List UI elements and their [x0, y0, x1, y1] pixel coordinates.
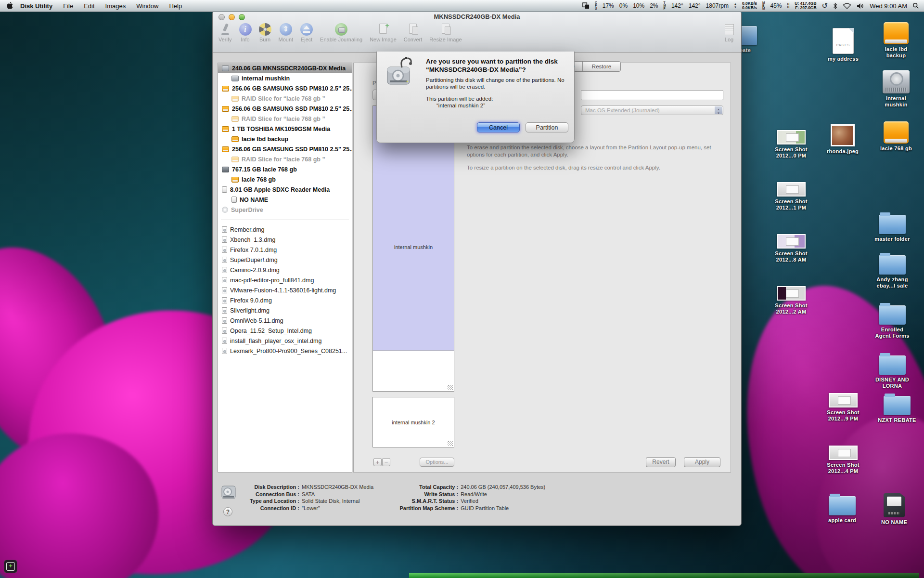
window-switcher-icon[interactable] — [582, 2, 590, 9]
menu-clock[interactable]: Wed 9:00 AM — [870, 2, 907, 10]
partition-name-field[interactable] — [581, 90, 723, 100]
partition-button[interactable]: Partition — [526, 122, 568, 132]
sidebar-item-raid-slice-for-lacie-768-gb[interactable]: RAID Slice for “lacie 768 gb ” — [218, 93, 352, 104]
disk-dark-icon — [222, 167, 229, 172]
sidebar-image-mac-pdf-editor-pro-full841-dmg[interactable]: mac-pdf-editor-pro_full841.dmg — [218, 275, 352, 285]
apply-button[interactable]: Apply — [684, 457, 720, 467]
sidebar-item-lacie-768-gb[interactable]: lacie 768 gb — [218, 174, 352, 184]
cancel-button[interactable]: Cancel — [477, 122, 520, 132]
zoom-button[interactable] — [239, 14, 245, 20]
desktop-icon-enrolled-agent-forms[interactable]: Enrolled Agent Forms — [871, 302, 914, 339]
menu-file[interactable]: File — [63, 2, 73, 10]
desktop-icon-apple-card[interactable]: apple card — [821, 493, 864, 524]
desktop-icon-andy-zhang-ebay-l-sale[interactable]: Andy zhang ebay...l sale — [871, 252, 914, 289]
time-machine-icon[interactable]: ↺ — [822, 1, 828, 10]
toolbar-info[interactable]: Info — [239, 23, 252, 42]
desktop-icon-master-folder[interactable]: master folder — [871, 212, 914, 242]
desktop-icon-screen-shot-2012-2-am[interactable]: Screen Shot 2012...2 AM — [770, 286, 813, 315]
desktop-icon-internal-mushkin[interactable]: internal mushkin — [874, 70, 918, 108]
desktop-icon-lacie-lbd-backup[interactable]: lacie lbd backup — [874, 22, 918, 59]
sidebar-image-rember-dmg[interactable]: Rember.dmg — [218, 224, 352, 235]
menu-window[interactable]: Window — [136, 2, 158, 10]
options-button[interactable]: Options... — [420, 458, 454, 467]
cpu-sys[interactable]: 0% — [619, 2, 628, 9]
temp-a[interactable]: 142° — [671, 2, 683, 9]
wifi-icon[interactable] — [843, 3, 851, 9]
desktop-icon-screen-shot-2012-8-am[interactable]: Screen Shot 2012...8 AM — [770, 234, 813, 263]
add-partition-button[interactable]: + — [373, 458, 382, 466]
sidebar-image-silverlight-dmg[interactable]: Silverlight.dmg — [218, 305, 352, 315]
sidebar-item-240-06-gb-mknssdcr240gb-dx-media[interactable]: 240.06 GB MKNSSDCR240GB-DX Media — [218, 63, 352, 73]
menu-app-name[interactable]: Disk Utility — [20, 2, 52, 10]
partition-box-1[interactable]: internal mushkin — [372, 105, 454, 392]
sidebar-item-256-06-gb-samsung-ssd-pm810-2-5-25[interactable]: 256.06 GB SAMSUNG SSD PM810 2.5" 25... — [218, 83, 352, 93]
toolbar-mount[interactable]: Mount — [279, 23, 294, 42]
volume-icon[interactable] — [857, 3, 864, 9]
help-button[interactable]: ? — [223, 507, 232, 516]
remove-partition-button[interactable]: − — [382, 458, 390, 466]
cpu-load[interactable]: 10% — [633, 2, 644, 9]
format-dropdown[interactable]: Mac OS Extended (Journaled) ▲▼ — [581, 105, 723, 115]
toolbar-burn[interactable]: Burn — [259, 23, 271, 42]
fan-rpm[interactable]: 1807rpm — [706, 2, 729, 9]
toolbar-resize[interactable]: Resize Image — [429, 23, 462, 42]
sidebar-item-superdrive[interactable]: SuperDrive — [218, 205, 352, 215]
memory-used[interactable]: 45% — [770, 2, 782, 9]
spotlight-icon[interactable] — [912, 2, 919, 9]
desktop-icon-lacie-768-gb[interactable]: lacie 768 gb — [874, 121, 918, 152]
sidebar-item-256-06-gb-samsung-ssd-pm810-2-5-25[interactable]: 256.06 GB SAMSUNG SSD PM810 2.5" 25... — [218, 104, 352, 114]
bluetooth-icon[interactable] — [833, 2, 837, 10]
tab-restore[interactable]: Restore — [583, 62, 620, 71]
sidebar-item-lacie-lbd-backup[interactable]: lacie lbd backup — [218, 134, 352, 144]
sidebar-image-camino-2-0-9-dmg[interactable]: Camino-2.0.9.dmg — [218, 265, 352, 275]
sidebar-item-1-tb-toshiba-mk1059gsm-media[interactable]: 1 TB TOSHIBA MK1059GSM Media — [218, 124, 352, 134]
sidebar-image-omniweb-5-11-dmg[interactable]: OmniWeb-5.11.dmg — [218, 315, 352, 326]
desktop-icon-rhonda-jpeg[interactable]: rhonda.jpeg — [821, 124, 864, 155]
toolbar-convert[interactable]: Convert — [404, 23, 423, 42]
toolbar-journal[interactable]: Enable Journaling — [320, 23, 362, 42]
sidebar-item-8-01-gb-apple-sdxc-reader-media[interactable]: 8.01 GB Apple SDXC Reader Media — [218, 184, 352, 195]
add-widget-button[interactable]: + — [4, 560, 17, 573]
desktop-icon-my-address[interactable]: PAGESmy address — [821, 28, 865, 62]
menu-help[interactable]: Help — [169, 2, 182, 10]
sidebar-image-firefox-9-0-dmg[interactable]: Firefox 9.0.dmg — [218, 295, 352, 305]
sidebar-image-vmware-fusion-4-1-1-536016-light-dmg[interactable]: VMware-Fusion-4.1.1-536016-light.dmg — [218, 285, 352, 295]
toolbar-verify[interactable]: Verify — [218, 23, 232, 42]
cpu-idle[interactable]: 2% — [650, 2, 658, 9]
sidebar-item-256-06-gb-samsung-ssd-pm810-2-5-25[interactable]: 256.06 GB SAMSUNG SSD PM810 2.5" 25... — [218, 144, 352, 154]
cpu-user[interactable]: 17% — [603, 2, 614, 9]
network-speeds[interactable]: 0.0KB/s 0.0KB/s — [742, 1, 757, 10]
partition-box-2[interactable]: internal mushkin 2 — [372, 397, 454, 447]
sidebar-item-767-15-gb-lacie-768-gb[interactable]: 767.15 GB lacie 768 gb — [218, 164, 352, 174]
harddisk-usage[interactable]: U: 417.4GB F: 297.0GB — [795, 1, 816, 10]
minimize-button[interactable] — [229, 14, 235, 20]
apple-menu[interactable] — [7, 2, 13, 10]
sidebar-image-install-flash-player-osx-intel-dmg[interactable]: install_flash_player_osx_intel.dmg — [218, 336, 352, 346]
sidebar-image-xbench-1-3-dmg[interactable]: Xbench_1.3.dmg — [218, 235, 352, 245]
revert-button[interactable]: Revert — [646, 457, 676, 467]
menu-edit[interactable]: Edit — [84, 2, 94, 10]
sidebar-item-internal-mushkin[interactable]: internal mushkin — [218, 73, 352, 83]
sidebar-item-no-name[interactable]: NO NAME — [218, 195, 352, 205]
desktop-icon-disney-and-lorna[interactable]: DISNEY AND LORNA — [871, 353, 914, 389]
sidebar-item-raid-slice-for-lacie-768-gb[interactable]: RAID Slice for “lacie 768 gb ” — [218, 114, 352, 124]
sidebar-image-opera-11-52-setup-intel-dmg[interactable]: Opera_11.52_Setup_Intel.dmg — [218, 326, 352, 336]
resize-handle-icon[interactable] — [448, 441, 453, 446]
sidebar-item-raid-slice-for-lacie-768-gb[interactable]: RAID Slice for “lacie 768 gb ” — [218, 154, 352, 164]
close-button[interactable] — [218, 14, 225, 20]
desktop-icon-screen-shot-2012-4-pm[interactable]: Screen Shot 2012...4 PM — [821, 446, 865, 474]
desktop-icon-nzxt-rebate[interactable]: NZXT REBATE — [875, 393, 919, 423]
desktop-icon-no-name[interactable]: NO NAME — [873, 493, 916, 525]
desktop-icon-screen-shot-2012-9-pm[interactable]: Screen Shot 2012...9 PM — [821, 393, 865, 422]
toolbar-log[interactable]: Log — [723, 23, 735, 42]
temp-b[interactable]: 142° — [689, 2, 701, 9]
resize-handle-icon[interactable] — [448, 385, 453, 390]
desktop-icon-screen-shot-2012-0-pm[interactable]: Screen Shot 2012...0 PM — [770, 130, 813, 159]
toolbar-new-image[interactable]: New Image — [370, 23, 397, 42]
desktop-icon-screen-shot-2012-1-pm[interactable]: Screen Shot 2012...1 PM — [770, 182, 813, 211]
menu-images[interactable]: Images — [105, 2, 126, 10]
sidebar-image-firefox-7-0-1-dmg[interactable]: Firefox 7.0.1.dmg — [218, 245, 352, 255]
toolbar-eject[interactable]: Eject — [300, 23, 313, 42]
sidebar-image-superduper-dmg[interactable]: SuperDuper!.dmg — [218, 255, 352, 265]
sidebar-image-lexmark-pro800-pro900-series-c08251[interactable]: Lexmark_Pro800-Pro900_Series_C08251... — [218, 346, 352, 356]
